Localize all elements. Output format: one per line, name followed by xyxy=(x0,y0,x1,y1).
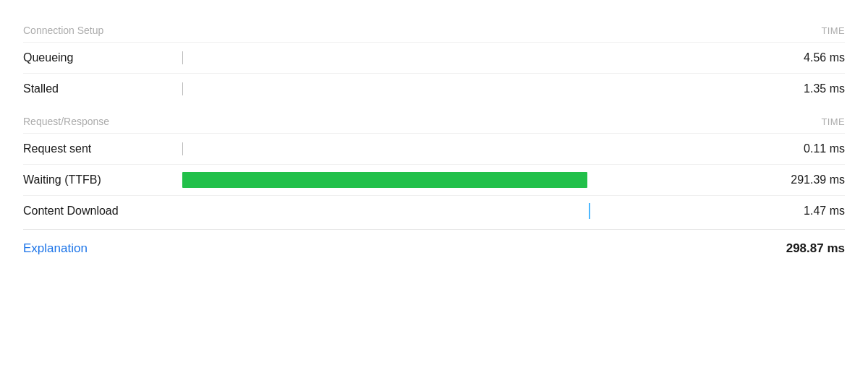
content-download-time: 1.47 ms xyxy=(765,205,845,218)
timing-panel: Connection Setup TIME Queueing 4.56 ms S… xyxy=(0,0,868,391)
explanation-link[interactable]: Explanation xyxy=(23,241,88,256)
connection-setup-time-col: TIME xyxy=(821,25,845,36)
content-download-row: Content Download 1.47 ms xyxy=(23,195,845,226)
connection-setup-header: Connection Setup TIME xyxy=(23,17,845,42)
waiting-ttfb-bar-area xyxy=(182,170,765,190)
stalled-row: Stalled 1.35 ms xyxy=(23,73,845,104)
total-time: 298.87 ms xyxy=(786,241,845,256)
request-sent-label: Request sent xyxy=(23,142,182,155)
content-download-label: Content Download xyxy=(23,205,182,218)
connection-setup-label: Connection Setup xyxy=(23,25,103,36)
queueing-time: 4.56 ms xyxy=(765,51,845,64)
request-response-header: Request/Response TIME xyxy=(23,108,845,133)
queueing-tick xyxy=(182,51,183,64)
request-response-time-col: TIME xyxy=(821,116,845,127)
stalled-tick xyxy=(182,82,183,95)
content-download-bar-area xyxy=(182,201,765,221)
queueing-row: Queueing 4.56 ms xyxy=(23,42,845,73)
request-sent-time: 0.11 ms xyxy=(765,142,845,155)
request-sent-bar-area xyxy=(182,139,765,159)
stalled-bar-area xyxy=(182,79,765,99)
request-sent-tick xyxy=(182,142,183,155)
request-response-label: Request/Response xyxy=(23,116,109,127)
waiting-ttfb-bar xyxy=(182,172,587,188)
waiting-ttfb-time: 291.39 ms xyxy=(765,173,845,186)
request-sent-row: Request sent 0.11 ms xyxy=(23,133,845,164)
content-download-bar xyxy=(589,203,590,219)
waiting-ttfb-label: Waiting (TTFB) xyxy=(23,173,182,186)
waiting-ttfb-row: Waiting (TTFB) 291.39 ms xyxy=(23,164,845,195)
stalled-label: Stalled xyxy=(23,82,182,95)
footer-row: Explanation 298.87 ms xyxy=(23,229,845,262)
queueing-bar-area xyxy=(182,48,765,68)
queueing-label: Queueing xyxy=(23,51,182,64)
stalled-time: 1.35 ms xyxy=(765,82,845,95)
